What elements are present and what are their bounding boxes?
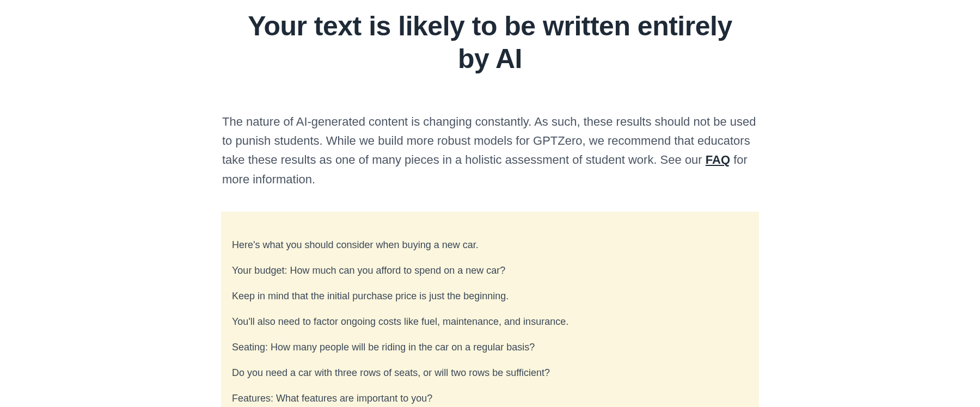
disclaimer-text: The nature of AI-generated content is ch… — [221, 112, 759, 189]
faq-link[interactable]: FAQ — [706, 153, 730, 166]
analysis-line: Seating: How many people will be riding … — [232, 340, 748, 355]
analysis-line: Do you need a car with three rows of sea… — [232, 366, 748, 380]
analysis-line: Your budget: How much can you afford to … — [232, 263, 748, 278]
result-headline: Your text is likely to be written entire… — [221, 10, 759, 75]
main-container: Your text is likely to be written entire… — [221, 0, 759, 407]
analysis-line: Features: What features are important to… — [232, 391, 748, 406]
analysis-line: Keep in mind that the initial purchase p… — [232, 289, 748, 304]
analysis-line: Here's what you should consider when buy… — [232, 238, 748, 252]
disclaimer-pre: The nature of AI-generated content is ch… — [222, 115, 756, 166]
analyzed-text-box: Here's what you should consider when buy… — [221, 212, 759, 407]
analysis-line: You'll also need to factor ongoing costs… — [232, 314, 748, 329]
